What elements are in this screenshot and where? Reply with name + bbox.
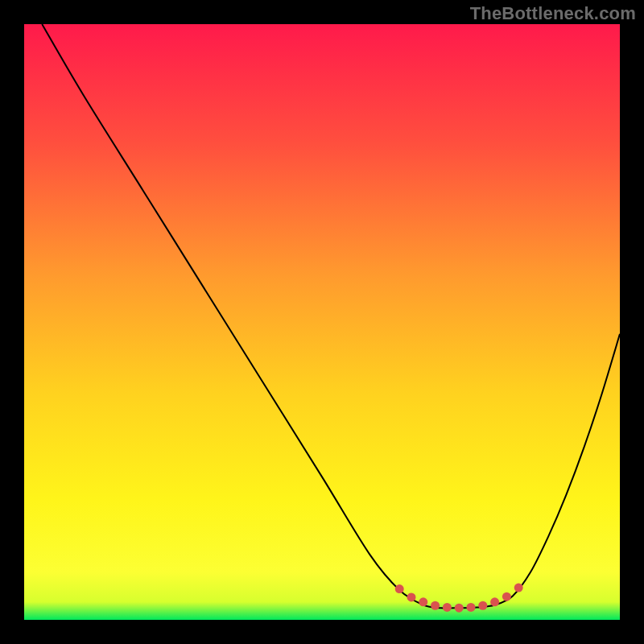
curve-marker bbox=[478, 601, 487, 610]
curve-marker bbox=[490, 597, 499, 606]
bottleneck-chart bbox=[24, 24, 620, 620]
chart-frame: TheBottleneck.com bbox=[0, 0, 644, 644]
curve-marker bbox=[455, 604, 464, 613]
curve-marker bbox=[395, 584, 404, 593]
curve-marker bbox=[502, 592, 511, 601]
gradient-background bbox=[24, 24, 620, 620]
watermark-text: TheBottleneck.com bbox=[470, 3, 636, 24]
curve-marker bbox=[431, 601, 440, 610]
curve-marker bbox=[514, 584, 523, 592]
curve-marker bbox=[467, 603, 476, 612]
curve-marker bbox=[407, 592, 416, 601]
curve-marker bbox=[443, 603, 452, 612]
curve-marker bbox=[419, 597, 427, 606]
